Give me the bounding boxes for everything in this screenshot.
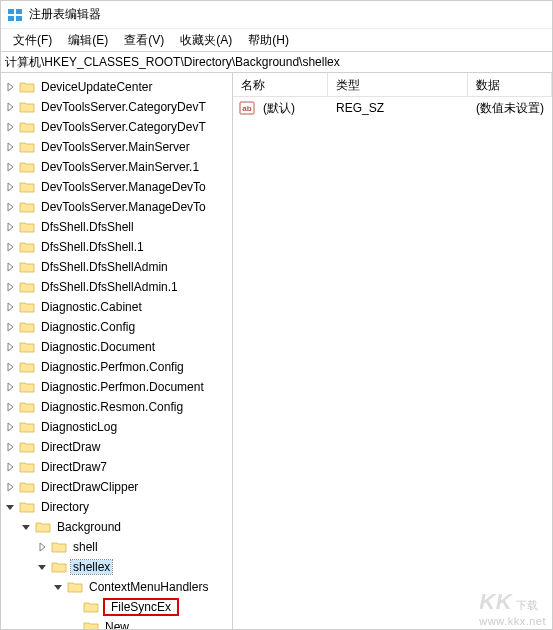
chevron-right-icon[interactable] [3, 320, 17, 334]
tree-item[interactable]: Background [1, 517, 232, 537]
folder-icon [19, 220, 35, 234]
tree-item[interactable]: DevToolsServer.MainServer [1, 137, 232, 157]
chevron-right-icon[interactable] [3, 80, 17, 94]
chevron-right-icon[interactable] [3, 360, 17, 374]
tree-item[interactable]: DeviceUpdateCenter [1, 77, 232, 97]
tree-item-label: DirectDraw [39, 440, 102, 454]
chevron-right-icon[interactable] [3, 120, 17, 134]
tree-item-label: Diagnostic.Config [39, 320, 137, 334]
tree-item[interactable]: DfsShell.DfsShell.1 [1, 237, 232, 257]
tree-item-label: DfsShell.DfsShell.1 [39, 240, 146, 254]
tree-item[interactable]: DirectDrawClipper [1, 477, 232, 497]
svg-rect-2 [8, 16, 14, 21]
tree-item[interactable]: DevToolsServer.ManageDevTo [1, 177, 232, 197]
tree-item[interactable]: Diagnostic.Document [1, 337, 232, 357]
chevron-right-icon[interactable] [3, 280, 17, 294]
folder-icon [19, 180, 35, 194]
chevron-right-icon[interactable] [3, 380, 17, 394]
chevron-right-icon[interactable] [3, 240, 17, 254]
menu-favorites[interactable]: 收藏夹(A) [172, 30, 240, 51]
tree-item-label: New [103, 620, 131, 629]
tree-item-label: ContextMenuHandlers [87, 580, 210, 594]
tree-item[interactable]: DevToolsServer.CategoryDevT [1, 97, 232, 117]
tree-item-label: DirectDrawClipper [39, 480, 140, 494]
window-title: 注册表编辑器 [29, 6, 101, 23]
tree-item[interactable]: FileSyncEx [1, 597, 232, 617]
list-row[interactable]: ab(默认)REG_SZ(数值未设置) [233, 97, 552, 119]
chevron-right-icon[interactable] [3, 340, 17, 354]
list-header: 名称 类型 数据 [233, 73, 552, 97]
chevron-right-icon[interactable] [3, 220, 17, 234]
chevron-right-icon[interactable] [3, 200, 17, 214]
tree-item-label: Diagnostic.Perfmon.Config [39, 360, 186, 374]
menu-edit[interactable]: 编辑(E) [60, 30, 116, 51]
chevron-right-icon[interactable] [3, 180, 17, 194]
menu-file[interactable]: 文件(F) [5, 30, 60, 51]
tree-item-label: DevToolsServer.ManageDevTo [39, 200, 208, 214]
string-value-icon: ab [239, 100, 255, 116]
folder-icon [83, 620, 99, 629]
chevron-right-icon[interactable] [3, 140, 17, 154]
tree-item[interactable]: Diagnostic.Config [1, 317, 232, 337]
tree-item[interactable]: DevToolsServer.ManageDevTo [1, 197, 232, 217]
tree-item[interactable]: DirectDraw [1, 437, 232, 457]
chevron-right-icon[interactable] [3, 460, 17, 474]
tree-item[interactable]: Diagnostic.Resmon.Config [1, 397, 232, 417]
menu-help[interactable]: 帮助(H) [240, 30, 297, 51]
menu-view[interactable]: 查看(V) [116, 30, 172, 51]
tree-item[interactable]: DirectDraw7 [1, 457, 232, 477]
folder-icon [19, 500, 35, 514]
tree-item-label: DfsShell.DfsShell [39, 220, 136, 234]
chevron-right-icon[interactable] [3, 300, 17, 314]
chevron-right-icon[interactable] [3, 440, 17, 454]
chevron-right-icon[interactable] [3, 100, 17, 114]
chevron-down-icon[interactable] [51, 580, 65, 594]
list-body: ab(默认)REG_SZ(数值未设置) [233, 97, 552, 629]
chevron-down-icon[interactable] [19, 520, 33, 534]
chevron-right-icon[interactable] [3, 160, 17, 174]
tree-item[interactable]: Directory [1, 497, 232, 517]
folder-icon [19, 240, 35, 254]
tree-item[interactable]: DfsShell.DfsShell [1, 217, 232, 237]
tree-item-label: DiagnosticLog [39, 420, 119, 434]
tree-item-label: DfsShell.DfsShellAdmin [39, 260, 170, 274]
cell-data: (数值未设置) [468, 98, 552, 119]
tree-item-label: Diagnostic.Resmon.Config [39, 400, 185, 414]
column-name[interactable]: 名称 [233, 73, 328, 96]
folder-icon [19, 420, 35, 434]
chevron-right-icon[interactable] [3, 260, 17, 274]
tree-item[interactable]: New [1, 617, 232, 629]
tree-item[interactable]: Diagnostic.Perfmon.Config [1, 357, 232, 377]
column-type[interactable]: 类型 [328, 73, 468, 96]
tree-item[interactable]: DevToolsServer.CategoryDevT [1, 117, 232, 137]
chevron-right-icon[interactable] [3, 400, 17, 414]
tree-item[interactable]: Diagnostic.Perfmon.Document [1, 377, 232, 397]
folder-icon [19, 360, 35, 374]
address-bar[interactable]: 计算机\HKEY_CLASSES_ROOT\Directory\Backgrou… [1, 51, 552, 73]
tree-item-label: Background [55, 520, 123, 534]
chevron-down-icon[interactable] [35, 560, 49, 574]
tree-item-label: DevToolsServer.CategoryDevT [39, 100, 208, 114]
svg-text:ab: ab [242, 104, 251, 113]
tree-item[interactable]: DfsShell.DfsShellAdmin [1, 257, 232, 277]
folder-icon [19, 480, 35, 494]
tree-item[interactable]: Diagnostic.Cabinet [1, 297, 232, 317]
chevron-right-icon[interactable] [3, 420, 17, 434]
folder-icon [51, 540, 67, 554]
folder-icon [51, 560, 67, 574]
column-data[interactable]: 数据 [468, 73, 552, 96]
chevron-right-icon[interactable] [3, 480, 17, 494]
registry-tree[interactable]: DeviceUpdateCenterDevToolsServer.Categor… [1, 73, 233, 629]
chevron-right-icon[interactable] [35, 540, 49, 554]
tree-item[interactable]: shellex [1, 557, 232, 577]
tree-item-label: DevToolsServer.CategoryDevT [39, 120, 208, 134]
folder-icon [19, 460, 35, 474]
tree-item[interactable]: ContextMenuHandlers [1, 577, 232, 597]
tree-item[interactable]: DevToolsServer.MainServer.1 [1, 157, 232, 177]
svg-rect-0 [8, 9, 14, 14]
tree-item[interactable]: shell [1, 537, 232, 557]
chevron-down-icon[interactable] [3, 500, 17, 514]
tree-item[interactable]: DiagnosticLog [1, 417, 232, 437]
tree-item-label: Directory [39, 500, 91, 514]
tree-item[interactable]: DfsShell.DfsShellAdmin.1 [1, 277, 232, 297]
